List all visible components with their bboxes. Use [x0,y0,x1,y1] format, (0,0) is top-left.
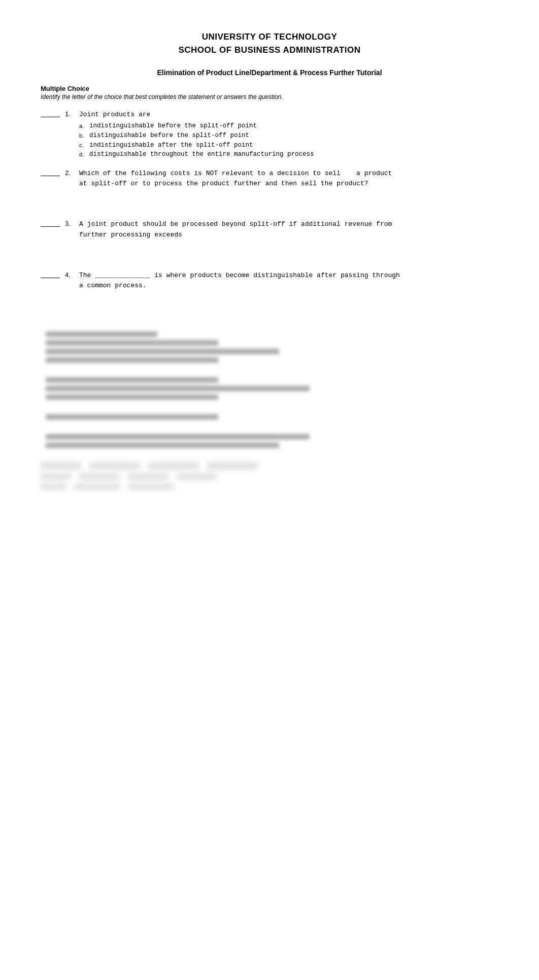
blur-cell-11 [128,484,174,490]
question-2-content: Which of the following costs is NOT rele… [79,168,498,189]
blurred-line-8-1 [46,434,310,440]
blur-cell-5 [41,474,71,480]
blurred-line-5-3 [46,349,279,354]
question-3-row: 3. A joint product should be processed b… [41,219,498,240]
blurred-item-6 [41,377,498,400]
tutorial-subtitle: Elimination of Product Line/Department &… [41,69,498,77]
answer-blank-3 [41,226,60,227]
blur-cell-8 [177,474,217,480]
answer-blank-1 [41,117,60,117]
question-1-content: Joint products are a. indistinguishable … [79,110,498,159]
question-1-number: 1. [65,110,76,118]
choice-1c-letter: c. [79,141,88,150]
questions-area: 1. Joint products are a. indistinguishab… [41,110,498,291]
blurred-questions-section [41,331,498,490]
blurred-table [41,462,498,490]
choice-1a-text: indistinguishable before the split-off p… [89,121,257,131]
blurred-item-8 [41,434,498,448]
blur-cell-1 [41,462,81,469]
university-title: UNIVERSITY OF TECHNOLOGY SCHOOL OF BUSIN… [41,30,498,56]
blur-cell-4 [207,462,258,469]
answer-blank-4 [41,278,60,278]
choice-1c: c. indistinguishable after the split-off… [79,141,498,150]
blur-cell-2 [89,462,140,469]
blurred-line-5-2 [46,340,218,346]
question-2-row: 2. Which of the following costs is NOT r… [41,168,498,189]
choice-1a: a. indistinguishable before the split-of… [79,121,498,131]
choice-1b-letter: b. [79,131,88,140]
blur-cell-9 [41,484,66,490]
blur-cell-3 [148,462,199,469]
section-label: Multiple Choice [41,85,498,92]
question-1-choices: a. indistinguishable before the split-of… [79,121,498,159]
blur-table-row-1 [41,462,498,469]
choice-1a-letter: a. [79,122,88,130]
choice-1d-letter: d. [79,150,88,159]
question-4-number: 4. [65,271,76,279]
question-4-row: 4. The ______________ is where products … [41,271,498,291]
blurred-line-5-4 [46,357,218,363]
choice-1b: b. distinguishable before the split-off … [79,131,498,141]
question-3-text: A joint product should be processed beyo… [79,219,498,240]
question-3-number: 3. [65,220,76,227]
blur-cell-10 [74,484,120,490]
page-header: UNIVERSITY OF TECHNOLOGY SCHOOL OF BUSIN… [41,30,498,56]
choice-1d-text: distinguishable throughout the entire ma… [89,150,314,159]
blur-cell-6 [79,474,120,480]
blur-cell-7 [128,474,169,480]
question-4-content: The ______________ is where products bec… [79,271,498,291]
question-2-number: 2. [65,169,76,177]
choice-1c-text: indistinguishable after the split-off po… [89,141,253,150]
answer-blank-2 [41,176,60,176]
blurred-item-7 [41,414,498,420]
question-1-row: 1. Joint products are a. indistinguishab… [41,110,498,159]
blurred-line-8-2 [46,443,279,448]
blurred-line-6-3 [46,394,218,400]
blurred-line-5-1 [46,331,157,337]
question-4-text: The ______________ is where products bec… [79,271,498,291]
blurred-item-5 [41,331,498,363]
blurred-line-6-2 [46,386,310,391]
blurred-line-7-1 [46,414,218,420]
question-2-text: Which of the following costs is NOT rele… [79,168,498,189]
choice-1b-text: distinguishable before the split-off poi… [89,131,249,141]
section-instruction: Identify the letter of the choice that b… [41,93,498,100]
blur-table-row-3 [41,484,498,490]
blur-table-row-2 [41,474,498,480]
choice-1d: d. distinguishable throughout the entire… [79,150,498,159]
question-1-text: Joint products are [79,110,498,120]
blurred-line-6-1 [46,377,218,383]
question-3-content: A joint product should be processed beyo… [79,219,498,240]
